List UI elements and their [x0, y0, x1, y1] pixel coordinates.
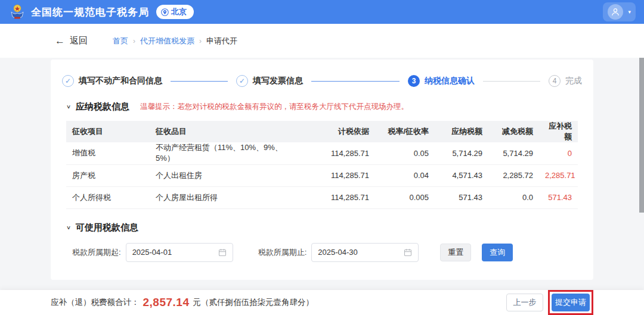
warning-text: 温馨提示：若您对计税的税款金额有异议的，请至税务大厅线下代开点现场办理。	[140, 102, 408, 112]
location-selector[interactable]: 北京	[156, 5, 194, 19]
total-amount: 2,857.14	[143, 296, 190, 309]
footer-bar: 应补（退）税费额合计： 2,857.14 元（贰仟捌佰伍拾柒元壹角肆分） 上一步…	[0, 290, 644, 315]
breadcrumb-invoice[interactable]: 代开增值税发票	[140, 36, 194, 46]
usable-section-header: ∨ 可使用税款信息	[51, 209, 593, 233]
tax-bureau-logo-icon	[8, 3, 26, 21]
table-header-row: 征收项目征收品目计税依据税率/征收率应纳税额减免税额应补税额	[66, 121, 578, 142]
date-to-value: 2025-04-30	[318, 248, 358, 257]
total-amount-words: 元（贰仟捌佰伍拾柒元壹角肆分）	[193, 297, 314, 308]
user-menu[interactable]: ▾	[603, 2, 636, 21]
step-2: ✓ 填写发票信息	[236, 75, 303, 87]
user-icon	[611, 7, 620, 17]
table-cell: 2,285.71	[539, 164, 578, 186]
back-label: 返回	[70, 35, 88, 46]
tax-section-title: 应纳税款信息	[76, 101, 129, 113]
reset-button[interactable]: 重置	[440, 244, 471, 261]
date-filter-row: 税款所属期起: 2025-04-01 税款所属期止: 2025-04-30	[51, 233, 593, 262]
table-cell: 不动产经营租赁（11%、10%、9%、5%）	[150, 142, 298, 164]
step-3-number: 3	[408, 75, 420, 87]
table-row: 个人所得税个人房屋出租所得114,285.710.005571.430.0571…	[66, 186, 578, 208]
tax-table: 征收项目征收品目计税依据税率/征收率应纳税额减免税额应补税额 增值税不动产经营租…	[66, 121, 578, 209]
table-cell: 0.0	[488, 186, 539, 208]
table-cell: 0	[539, 142, 578, 164]
column-header: 计税依据	[298, 121, 375, 142]
step-connector	[483, 81, 540, 82]
vertical-scrollbar[interactable]	[639, 58, 644, 213]
submit-application-button[interactable]: 提交申请	[552, 294, 590, 311]
breadcrumb-bar: ← 返回 首页 › 代开增值税发票 › 申请代开	[0, 24, 644, 58]
breadcrumb-home[interactable]: 首页	[113, 36, 128, 46]
chevron-down-icon[interactable]: ▾	[628, 9, 631, 15]
previous-step-button[interactable]: 上一步	[506, 294, 543, 311]
date-to-input[interactable]: 2025-04-30	[311, 243, 419, 262]
table-cell: 个人房屋出租所得	[150, 186, 298, 208]
calendar-icon	[404, 248, 412, 257]
breadcrumb-separator: ›	[199, 37, 202, 45]
step-4: 4 完成	[549, 75, 582, 87]
breadcrumb-current: 申请代开	[206, 36, 237, 46]
calendar-icon	[218, 248, 227, 257]
table-cell: 571.43	[435, 186, 488, 208]
step-connector	[311, 81, 400, 82]
usable-section-title: 可使用税款信息	[76, 222, 138, 233]
breadcrumb-separator: ›	[133, 37, 135, 45]
table-row: 房产税个人出租住房114,285.710.044,571.432,285.722…	[66, 164, 578, 186]
location-label: 北京	[171, 7, 187, 17]
table-cell: 0.04	[375, 164, 435, 186]
table-cell: 5,714.29	[488, 142, 539, 164]
table-cell: 0.05	[375, 142, 435, 164]
table-cell: 个人所得税	[66, 186, 150, 208]
table-cell: 114,285.71	[298, 186, 375, 208]
step-4-number: 4	[549, 75, 561, 87]
app-title: 全国统一规范电子税务局	[31, 5, 149, 19]
column-header: 征收项目	[66, 121, 150, 142]
step-2-label: 填写发票信息	[253, 76, 303, 86]
date-from-label: 税款所属期起:	[72, 247, 121, 258]
table-cell: 5,714.29	[435, 142, 488, 164]
table-cell: 114,285.71	[298, 142, 375, 164]
table-row: 增值税不动产经营租赁（11%、10%、9%、5%）114,285.710.055…	[66, 142, 578, 164]
table-cell: 个人出租住房	[150, 164, 298, 186]
step-3-label: 纳税信息确认	[425, 76, 475, 86]
step-connector	[171, 81, 228, 82]
main-content-area: ✓ 填写不动产和合同信息 ✓ 填写发票信息 3 纳税信息确认 4 完成 ∨ 应纳…	[0, 58, 644, 290]
column-header: 应补税额	[539, 121, 578, 142]
table-cell: 0.005	[375, 186, 435, 208]
breadcrumb: 首页 › 代开增值税发票 › 申请代开	[113, 36, 237, 46]
date-from-input[interactable]: 2025-04-01	[126, 243, 233, 262]
step-4-label: 完成	[565, 76, 582, 86]
column-header: 征收品目	[150, 121, 298, 142]
back-button[interactable]: ← 返回	[55, 35, 88, 47]
collapse-chevron-icon[interactable]: ∨	[66, 104, 71, 110]
user-avatar[interactable]	[608, 4, 623, 20]
top-header-bar: 全国统一规范电子税务局 北京 ▾	[0, 0, 644, 24]
tax-table-body: 增值税不动产经营租赁（11%、10%、9%、5%）114,285.710.055…	[66, 142, 578, 208]
table-cell: 114,285.71	[298, 164, 375, 186]
step-1: ✓ 填写不动产和合同信息	[62, 75, 162, 87]
table-cell: 增值税	[66, 142, 150, 164]
column-header: 税率/征收率	[375, 121, 435, 142]
total-label: 应补（退）税费额合计：	[51, 297, 140, 308]
step-indicator: ✓ 填写不动产和合同信息 ✓ 填写发票信息 3 纳税信息确认 4 完成	[51, 60, 593, 89]
query-button[interactable]: 查询	[482, 244, 513, 261]
submit-highlight-annotation: 提交申请	[548, 290, 593, 315]
back-arrow-icon: ←	[55, 35, 65, 47]
table-cell: 房产税	[66, 164, 150, 186]
location-pin-icon	[161, 8, 169, 16]
check-icon: ✓	[62, 75, 74, 87]
table-cell: 2,285.72	[488, 164, 539, 186]
column-header: 减免税额	[488, 121, 539, 142]
tax-section-header: ∨ 应纳税款信息 温馨提示：若您对计税的税款金额有异议的，请至税务大厅线下代开点…	[51, 89, 593, 113]
collapse-chevron-icon[interactable]: ∨	[66, 224, 71, 230]
check-icon: ✓	[236, 75, 248, 87]
step-3: 3 纳税信息确认	[408, 75, 475, 87]
column-header: 应纳税额	[435, 121, 488, 142]
step-1-label: 填写不动产和合同信息	[79, 76, 162, 86]
table-cell: 4,571.43	[435, 164, 488, 186]
content-card: ✓ 填写不动产和合同信息 ✓ 填写发票信息 3 纳税信息确认 4 完成 ∨ 应纳…	[51, 60, 593, 280]
date-to-label: 税款所属期止:	[258, 247, 307, 258]
date-from-value: 2025-04-01	[132, 248, 172, 257]
table-cell: 571.43	[539, 186, 578, 208]
